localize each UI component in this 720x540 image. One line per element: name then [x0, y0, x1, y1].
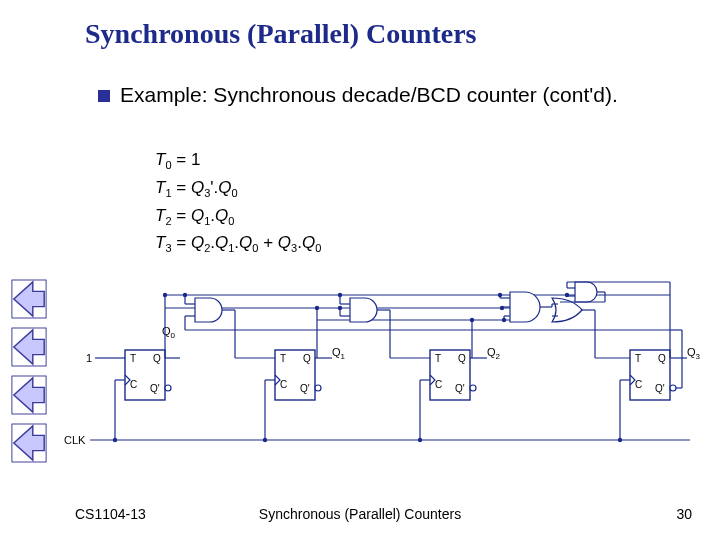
bullet-square-icon [98, 90, 110, 102]
svg-text:C: C [635, 379, 642, 390]
arrow-icon [10, 326, 48, 368]
svg-point-57 [470, 385, 476, 391]
svg-text:Q': Q' [455, 383, 465, 394]
svg-text:Q3: Q3 [687, 346, 701, 361]
svg-text:Q2: Q2 [487, 346, 501, 361]
footer-title: Synchronous (Parallel) Counters [0, 506, 720, 522]
svg-text:Q: Q [458, 353, 466, 364]
sidebar [0, 0, 58, 540]
svg-text:T: T [280, 353, 286, 364]
svg-marker-2 [14, 330, 44, 364]
svg-text:Q': Q' [300, 383, 310, 394]
svg-point-21 [163, 293, 167, 297]
svg-text:Q: Q [658, 353, 666, 364]
clk-label: CLK [64, 434, 86, 446]
svg-point-13 [165, 385, 171, 391]
slide-title: Synchronous (Parallel) Counters [85, 18, 477, 50]
svg-point-43 [315, 306, 319, 310]
svg-point-61 [418, 438, 422, 442]
svg-marker-6 [14, 426, 44, 460]
arrow-icon [10, 422, 48, 464]
circuit-diagram: T C Q Q' 1 Q0 T C Q Q' Q1 T C Q Q' Q2 [70, 280, 710, 460]
svg-point-47 [338, 293, 342, 297]
input-1-label: 1 [86, 352, 92, 364]
svg-point-65 [470, 318, 474, 322]
footer-page-number: 30 [676, 506, 692, 522]
svg-marker-4 [14, 378, 44, 412]
svg-point-49 [338, 306, 342, 310]
svg-point-39 [263, 438, 267, 442]
svg-text:Q': Q' [655, 383, 665, 394]
ff-port-q: Q [153, 353, 161, 364]
svg-text:T: T [635, 353, 641, 364]
svg-point-69 [498, 293, 502, 297]
svg-marker-0 [14, 282, 44, 316]
svg-point-25 [183, 293, 187, 297]
svg-point-75 [502, 318, 506, 322]
svg-text:C: C [435, 379, 442, 390]
svg-point-72 [500, 306, 504, 310]
svg-text:Q0: Q0 [162, 325, 176, 340]
svg-point-97 [670, 385, 676, 391]
svg-point-101 [618, 438, 622, 442]
ff-port-qn: Q' [150, 383, 160, 394]
svg-text:C: C [280, 379, 287, 390]
svg-text:T: T [435, 353, 441, 364]
bullet-text: Example: Synchronous decade/BCD counter … [120, 82, 640, 108]
svg-point-35 [315, 385, 321, 391]
svg-text:Q1: Q1 [332, 346, 346, 361]
ff-port-c: C [130, 379, 137, 390]
svg-text:Q: Q [303, 353, 311, 364]
arrow-icon [10, 278, 48, 320]
svg-point-82 [565, 293, 569, 297]
equations-block: T0 = 1 T1 = Q3'.Q0 T2 = Q1.Q0 T3 = Q2.Q1… [155, 148, 321, 259]
arrow-icon [10, 374, 48, 416]
ff-port-t: T [130, 353, 136, 364]
svg-point-17 [113, 438, 117, 442]
